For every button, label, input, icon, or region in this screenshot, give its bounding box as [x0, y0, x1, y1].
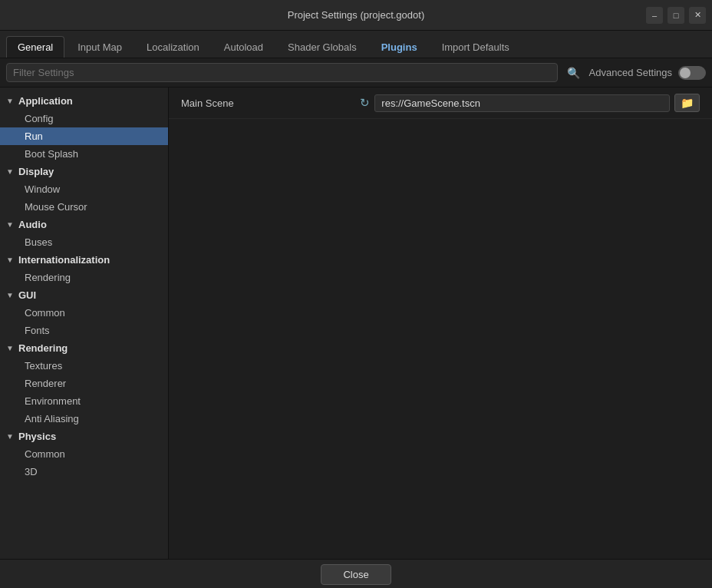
sidebar-category-gui[interactable]: ▼ GUI: [0, 286, 168, 304]
folder-icon: 📁: [681, 97, 694, 109]
filter-bar: 🔍 Advanced Settings: [0, 58, 712, 88]
folder-browse-button[interactable]: 📁: [674, 94, 700, 112]
sidebar-item-physics-3d[interactable]: 3D: [0, 463, 168, 481]
sidebar-item-gui-common[interactable]: Common: [0, 304, 168, 322]
sidebar-item-textures-label: Textures: [25, 360, 62, 372]
main-scene-label: Main Scene: [181, 97, 351, 109]
arrow-icon: ▼: [6, 97, 15, 105]
sidebar-category-audio[interactable]: ▼ Audio: [0, 216, 168, 233]
tab-bar: General Input Map Localization Autoload …: [0, 31, 712, 58]
sidebar-item-gui-fonts[interactable]: Fonts: [0, 322, 168, 339]
sidebar-category-internationalization-label: Internationalization: [18, 254, 110, 266]
sidebar-category-application[interactable]: ▼ Application: [0, 92, 168, 110]
tab-general[interactable]: General: [6, 36, 64, 58]
bottom-bar: Close: [0, 559, 712, 588]
sidebar-item-renderer-label: Renderer: [25, 378, 66, 389]
close-dialog-button[interactable]: Close: [321, 564, 391, 585]
sidebar-category-application-label: Application: [18, 95, 73, 107]
arrow-icon: ▼: [6, 291, 15, 299]
sidebar-category-physics-label: Physics: [18, 431, 56, 442]
sidebar-category-physics[interactable]: ▼ Physics: [0, 428, 168, 445]
advanced-settings-toggle[interactable]: [678, 66, 706, 80]
search-button[interactable]: 🔍: [564, 65, 583, 81]
sidebar-item-environment-label: Environment: [25, 395, 81, 407]
minimize-button[interactable]: –: [646, 7, 663, 24]
sidebar-item-config-label: Config: [25, 113, 54, 124]
main-content: ▼ Application Config Run Boot Splash ▼ D…: [0, 88, 712, 559]
sidebar-item-window-label: Window: [25, 183, 60, 195]
sidebar-category-audio-label: Audio: [18, 219, 47, 230]
sidebar-item-anti-aliasing[interactable]: Anti Aliasing: [0, 410, 168, 428]
sidebar-item-anti-aliasing-label: Anti Aliasing: [25, 413, 79, 424]
window-controls: – □ ✕: [646, 7, 706, 24]
arrow-icon: ▼: [6, 432, 15, 441]
tab-shader-globals[interactable]: Shader Globals: [276, 36, 368, 58]
sidebar-item-buses[interactable]: Buses: [0, 233, 168, 251]
sidebar-item-run-label: Run: [25, 130, 43, 142]
search-icon: 🔍: [567, 67, 580, 79]
arrow-icon: ▼: [6, 256, 15, 264]
sidebar-item-run[interactable]: Run: [0, 127, 168, 145]
tab-import-defaults[interactable]: Import Defaults: [430, 36, 521, 58]
sidebar-item-boot-splash[interactable]: Boot Splash: [0, 145, 168, 163]
main-scene-input[interactable]: [374, 94, 670, 112]
sidebar-item-physics-3d-label: 3D: [25, 466, 38, 477]
sidebar-item-gui-common-label: Common: [25, 307, 65, 319]
maximize-button[interactable]: □: [668, 7, 684, 24]
sidebar-category-display-label: Display: [18, 166, 54, 177]
reload-icon[interactable]: ↻: [360, 96, 370, 110]
sidebar-item-renderer[interactable]: Renderer: [0, 375, 168, 392]
sidebar: ▼ Application Config Run Boot Splash ▼ D…: [0, 88, 169, 559]
arrow-icon: ▼: [6, 220, 15, 229]
sidebar-category-rendering[interactable]: ▼ Rendering: [0, 339, 168, 357]
tab-plugins[interactable]: Plugins: [370, 36, 429, 58]
sidebar-item-config[interactable]: Config: [0, 110, 168, 127]
right-panel: Main Scene ↻ 📁: [169, 88, 712, 559]
toggle-knob: [680, 68, 691, 78]
sidebar-category-internationalization[interactable]: ▼ Internationalization: [0, 251, 168, 269]
sidebar-item-textures[interactable]: Textures: [0, 357, 168, 375]
sidebar-item-physics-common[interactable]: Common: [0, 445, 168, 463]
close-window-button[interactable]: ✕: [689, 7, 706, 24]
sidebar-item-intl-rendering-label: Rendering: [25, 272, 71, 283]
sidebar-item-mouse-cursor-label: Mouse Cursor: [25, 201, 87, 213]
tab-localization[interactable]: Localization: [135, 36, 211, 58]
sidebar-item-mouse-cursor[interactable]: Mouse Cursor: [0, 198, 168, 216]
arrow-icon: ▼: [6, 344, 15, 352]
setting-row-main-scene: Main Scene ↻ 📁: [169, 88, 712, 119]
sidebar-item-boot-splash-label: Boot Splash: [25, 148, 78, 160]
sidebar-item-buses-label: Buses: [25, 236, 52, 248]
tab-input-map[interactable]: Input Map: [66, 36, 134, 58]
window-title: Project Settings (project.godot): [288, 9, 424, 21]
sidebar-item-physics-common-label: Common: [25, 448, 65, 460]
arrow-icon: ▼: [6, 167, 15, 176]
filter-settings-input[interactable]: [6, 63, 558, 82]
advanced-settings-label: Advanced Settings: [589, 67, 672, 78]
sidebar-item-environment[interactable]: Environment: [0, 392, 168, 410]
sidebar-category-gui-label: GUI: [18, 289, 36, 301]
main-scene-value-area: ↻ 📁: [360, 94, 700, 112]
sidebar-item-window[interactable]: Window: [0, 180, 168, 198]
title-bar: Project Settings (project.godot) – □ ✕: [0, 0, 712, 31]
tab-autoload[interactable]: Autoload: [213, 36, 275, 58]
sidebar-item-gui-fonts-label: Fonts: [25, 325, 50, 336]
sidebar-item-intl-rendering[interactable]: Rendering: [0, 269, 168, 286]
sidebar-category-rendering-label: Rendering: [18, 342, 68, 354]
sidebar-category-display[interactable]: ▼ Display: [0, 163, 168, 180]
